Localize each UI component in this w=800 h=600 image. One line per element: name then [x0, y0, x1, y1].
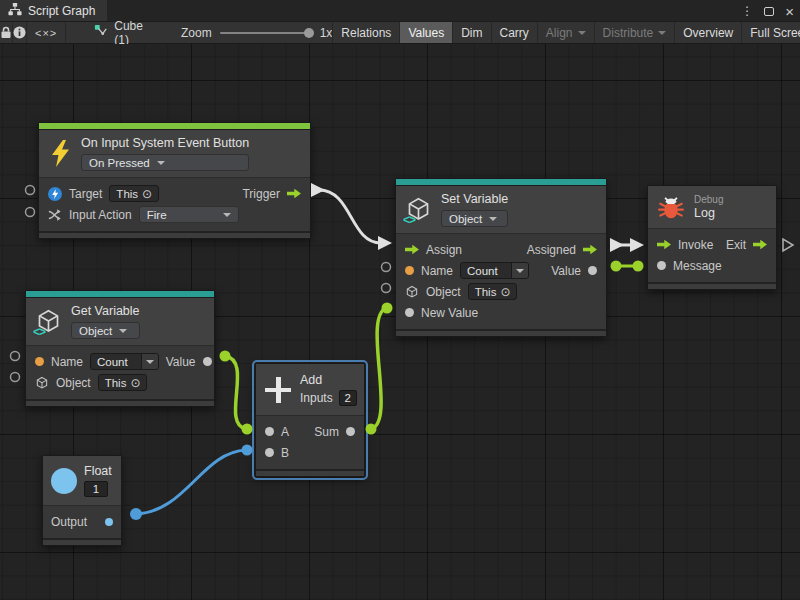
variable-angle-icon: <>	[33, 325, 45, 339]
distribute-button[interactable]: Distribute	[594, 22, 675, 43]
node-on-input-system-event-button[interactable]: On Input System Event Button On Pressed …	[38, 122, 311, 239]
overview-button[interactable]: Overview	[674, 22, 741, 43]
sum-output-port[interactable]	[346, 427, 355, 436]
assigned-output-port[interactable]	[583, 244, 597, 255]
value-port-label: Value	[166, 355, 196, 369]
variable-scope-dropdown[interactable]: Object	[441, 210, 508, 227]
chevron-box[interactable]	[511, 263, 528, 278]
target-object-button[interactable]: This ⊙	[109, 185, 159, 202]
button-label: Overview	[683, 26, 733, 40]
align-button[interactable]: Align	[537, 22, 594, 43]
object-cube-icon	[35, 376, 49, 390]
dim-button[interactable]: Dim	[452, 22, 490, 43]
bug-icon	[657, 193, 685, 221]
object-this-value: This	[475, 286, 497, 298]
tab-script-graph[interactable]: Script Graph	[0, 0, 107, 21]
trigger-output-port[interactable]	[287, 188, 301, 199]
button-label: Dim	[461, 26, 482, 40]
event-mode-dropdown[interactable]: On Pressed	[81, 154, 249, 171]
fullscreen-button[interactable]: Full Screen	[741, 22, 800, 43]
node-get-variable[interactable]: <> Get Variable Object Name Count Value …	[25, 290, 215, 407]
kebab-menu-icon[interactable]: ⋮	[741, 5, 753, 17]
object-port-label: Object	[56, 376, 91, 390]
new-value-input-port[interactable]	[405, 308, 414, 317]
assign-input-port[interactable]	[405, 244, 419, 255]
variable-cube-icon: <>	[35, 308, 62, 335]
chevron-box[interactable]	[141, 354, 158, 369]
b-input-port[interactable]	[265, 448, 274, 457]
node-set-variable[interactable]: <> Set Variable Object Assign Assigned N…	[395, 178, 607, 337]
message-port-label: Message	[673, 259, 722, 273]
script-graph-icon	[94, 24, 108, 41]
node-category: Debug	[694, 194, 723, 205]
variable-scope-dropdown[interactable]: Object	[71, 322, 140, 339]
name-port-label: Name	[421, 264, 453, 278]
node-title: Log	[694, 206, 723, 220]
node-footer	[43, 538, 121, 545]
variable-name-dropdown[interactable]: Count	[460, 262, 529, 279]
float-circle-icon	[51, 468, 77, 494]
node-title: Add	[300, 373, 357, 387]
inputs-label: Inputs	[300, 391, 333, 405]
value-port-label: Value	[551, 264, 581, 278]
target-picker-icon: ⊙	[142, 187, 152, 201]
name-input-port[interactable]	[35, 357, 44, 366]
a-port-label: A	[281, 425, 289, 439]
close-icon[interactable]: ×	[785, 4, 794, 19]
zoom-slider[interactable]	[220, 32, 312, 34]
node-title: Get Variable	[71, 304, 140, 318]
dropdown-value: Object	[79, 325, 112, 337]
assigned-port-label: Assigned	[527, 243, 576, 257]
chevron-down-icon	[489, 217, 497, 221]
value-output-port[interactable]	[588, 266, 597, 275]
button-label: Full Screen	[750, 26, 800, 40]
object-this-button[interactable]: This ⊙	[468, 283, 518, 300]
node-footer	[39, 231, 310, 238]
dropdown-value: On Pressed	[89, 157, 150, 169]
values-button[interactable]: Values	[399, 22, 452, 43]
zoom-slider-handle[interactable]	[304, 28, 314, 38]
node-footer	[396, 329, 606, 336]
value-output-port[interactable]	[203, 357, 212, 366]
info-button[interactable]	[13, 22, 27, 43]
chevron-down-icon	[223, 213, 231, 217]
a-input-port[interactable]	[265, 427, 274, 436]
trigger-port-label: Trigger	[242, 187, 280, 201]
float-value-field[interactable]: 1	[84, 481, 108, 497]
dropdown-value: Count	[91, 356, 134, 368]
angle-x-button[interactable]: <×>	[27, 22, 66, 43]
chevron-down-icon	[146, 360, 154, 364]
output-port-label: Output	[51, 515, 87, 529]
new-value-port-label: New Value	[421, 306, 478, 320]
relations-button[interactable]: Relations	[332, 22, 399, 43]
lock-button[interactable]	[0, 22, 13, 43]
input-action-dropdown[interactable]: Fire	[139, 206, 239, 223]
node-float[interactable]: Float 1 Output	[42, 455, 122, 546]
node-add[interactable]: Add Inputs 2 A Sum B	[255, 363, 365, 477]
plus-icon	[265, 377, 291, 403]
output-port[interactable]	[105, 518, 113, 526]
node-title: Set Variable	[441, 192, 508, 206]
breadcrumb[interactable]: Cube (1)	[86, 22, 151, 43]
input-action-port-label: Input Action	[69, 208, 132, 222]
exit-output-port[interactable]	[753, 239, 767, 250]
dropdown-value: Count	[461, 265, 504, 277]
variable-name-dropdown[interactable]: Count	[90, 353, 159, 370]
inputs-count-field[interactable]: 2	[339, 390, 357, 406]
name-input-port[interactable]	[405, 266, 414, 275]
node-debug-log[interactable]: Debug Log Invoke Exit Message	[647, 185, 777, 290]
invoke-port-label: Invoke	[678, 238, 713, 252]
node-footer	[26, 399, 214, 406]
b-port-label: B	[281, 446, 289, 460]
object-this-button[interactable]: This ⊙	[98, 374, 148, 391]
target-port-label: Target	[69, 187, 102, 201]
maximize-icon[interactable]	[764, 7, 774, 16]
carry-button[interactable]: Carry	[491, 22, 537, 43]
target-picker-icon: ⊙	[500, 285, 510, 299]
invoke-input-port[interactable]	[657, 239, 671, 250]
graph-toolbar: <×> Cube (1) Zoom 1x Relations Values Di…	[0, 22, 800, 44]
node-footer	[648, 282, 776, 289]
chevron-down-icon	[119, 329, 127, 333]
event-color-bar	[39, 123, 310, 130]
message-input-port[interactable]	[657, 261, 666, 270]
